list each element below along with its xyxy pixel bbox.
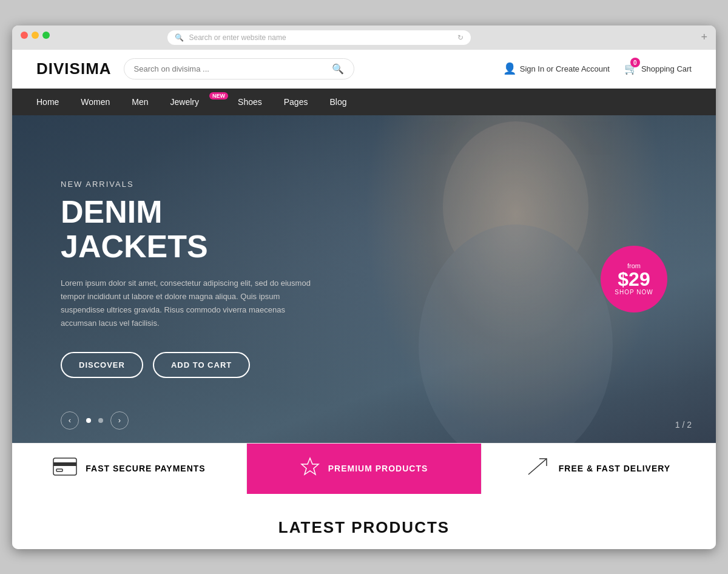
hero-content: NEW ARRIVALS DENIM JACKETS Lorem ipsum d… bbox=[12, 180, 364, 378]
premium-label: PREMIUM PRODUCTS bbox=[328, 464, 428, 473]
nav-pages[interactable]: Pages bbox=[284, 89, 308, 115]
price-amount: $29 bbox=[618, 269, 650, 289]
site-logo[interactable]: DIVISIMA bbox=[36, 59, 112, 78]
search-input[interactable] bbox=[134, 64, 327, 73]
hero-title: DENIM JACKETS bbox=[61, 195, 315, 264]
star-icon bbox=[300, 457, 320, 481]
nav-home[interactable]: Home bbox=[36, 89, 59, 115]
slide-dot-1[interactable] bbox=[86, 418, 91, 423]
cart-label: Shopping Cart bbox=[641, 64, 692, 73]
svg-rect-3 bbox=[53, 462, 76, 466]
add-to-cart-button[interactable]: ADD TO CART bbox=[153, 352, 250, 378]
hero-subtitle: NEW ARRIVALS bbox=[61, 180, 315, 189]
close-dot[interactable] bbox=[21, 32, 28, 39]
browser-window: 🔍 Search or enter website name ↻ + DIVIS… bbox=[12, 25, 716, 549]
search-icon: 🔍 bbox=[175, 33, 184, 42]
jewelry-badge: NEW bbox=[209, 92, 228, 100]
hero-navigation: ‹ › bbox=[61, 411, 129, 430]
delivery-icon bbox=[527, 458, 550, 480]
sign-in-label: Sign In or Create Account bbox=[520, 64, 610, 73]
nav-blog[interactable]: Blog bbox=[329, 89, 346, 115]
browser-chrome: 🔍 Search or enter website name ↻ + bbox=[12, 25, 716, 50]
prev-slide-button[interactable]: ‹ bbox=[61, 411, 79, 430]
feature-payments: FAST SECURE PAYMENTS bbox=[12, 444, 247, 494]
url-text: Search or enter website name bbox=[189, 33, 286, 42]
nav-women[interactable]: Women bbox=[81, 89, 110, 115]
latest-products-title: LATEST PRODUCTS bbox=[36, 518, 692, 537]
slide-dot-2[interactable] bbox=[98, 418, 103, 423]
user-icon: 👤 bbox=[503, 62, 516, 75]
discover-button[interactable]: DISCOVER bbox=[61, 352, 143, 378]
maximize-dot[interactable] bbox=[42, 32, 50, 39]
hero-section: NEW ARRIVALS DENIM JACKETS Lorem ipsum d… bbox=[12, 115, 716, 443]
search-submit-icon[interactable]: 🔍 bbox=[332, 63, 344, 75]
nav-men[interactable]: Men bbox=[132, 89, 148, 115]
header-actions: 👤 Sign In or Create Account 🛒 0 Shopping… bbox=[503, 62, 692, 75]
svg-point-1 bbox=[419, 225, 613, 443]
payments-label: FAST SECURE PAYMENTS bbox=[86, 464, 205, 473]
feature-delivery: FREE & FAST DELIVERY bbox=[482, 444, 716, 494]
new-tab-button[interactable]: + bbox=[701, 31, 707, 44]
credit-card-icon bbox=[53, 458, 77, 480]
svg-line-6 bbox=[528, 459, 547, 474]
price-badge[interactable]: from $29 SHOP NOW bbox=[601, 246, 667, 312]
shop-now-label: SHOP NOW bbox=[615, 289, 653, 295]
delivery-label: FREE & FAST DELIVERY bbox=[559, 464, 670, 473]
cart-link[interactable]: 🛒 0 Shopping Cart bbox=[624, 62, 692, 75]
svg-marker-5 bbox=[302, 458, 318, 474]
cart-badge: 0 bbox=[630, 58, 640, 67]
nav-shoes[interactable]: Shoes bbox=[238, 89, 262, 115]
svg-rect-2 bbox=[53, 458, 76, 475]
browser-dots bbox=[21, 32, 50, 39]
total-slides: 2 bbox=[687, 420, 692, 430]
url-bar[interactable]: 🔍 Search or enter website name ↻ bbox=[167, 30, 471, 45]
feature-premium: PREMIUM PRODUCTS bbox=[247, 444, 482, 494]
slide-counter: 1 / 2 bbox=[675, 420, 692, 430]
sign-in-link[interactable]: 👤 Sign In or Create Account bbox=[503, 62, 610, 75]
refresh-icon[interactable]: ↻ bbox=[457, 33, 463, 42]
next-slide-button[interactable]: › bbox=[110, 411, 129, 430]
site-header: DIVISIMA 🔍 👤 Sign In or Create Account 🛒… bbox=[12, 50, 716, 89]
site-content: DIVISIMA 🔍 👤 Sign In or Create Account 🛒… bbox=[12, 50, 716, 549]
minimize-dot[interactable] bbox=[32, 32, 39, 39]
nav-jewelry[interactable]: Jewelry NEW bbox=[170, 89, 216, 115]
site-nav: Home Women Men Jewelry NEW Shoes Pages B… bbox=[12, 89, 716, 115]
latest-products-section: LATEST PRODUCTS bbox=[12, 494, 716, 549]
hero-buttons: DISCOVER ADD TO CART bbox=[61, 352, 315, 378]
features-bar: FAST SECURE PAYMENTS PREMIUM PRODUCTS bbox=[12, 443, 716, 494]
svg-rect-4 bbox=[56, 469, 62, 471]
search-bar[interactable]: 🔍 bbox=[124, 58, 354, 79]
hero-description: Lorem ipsum dolor sit amet, consectetur … bbox=[61, 277, 315, 330]
current-slide: 1 bbox=[675, 420, 680, 430]
